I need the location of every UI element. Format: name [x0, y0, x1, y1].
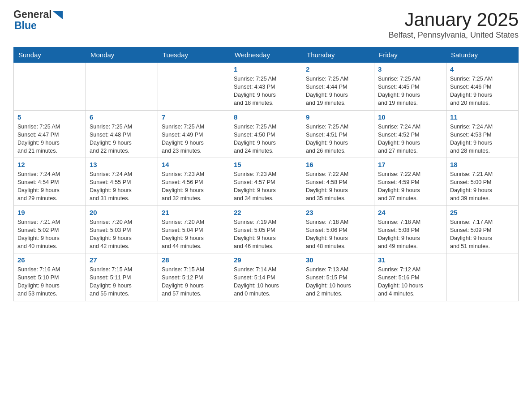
day-number: 31 [378, 256, 442, 264]
table-row: 17Sunrise: 7:22 AM Sunset: 4:59 PM Dayli… [374, 158, 446, 206]
day-info: Sunrise: 7:18 AM Sunset: 5:06 PM Dayligh… [306, 218, 370, 251]
day-info: Sunrise: 7:13 AM Sunset: 5:15 PM Dayligh… [306, 265, 370, 298]
day-number: 19 [17, 209, 82, 216]
table-row: 28Sunrise: 7:15 AM Sunset: 5:12 PM Dayli… [158, 253, 230, 301]
table-row: 2Sunrise: 7:25 AM Sunset: 4:44 PM Daylig… [302, 63, 374, 111]
day-info: Sunrise: 7:25 AM Sunset: 4:49 PM Dayligh… [162, 123, 226, 155]
day-number: 25 [450, 209, 515, 216]
table-row: 15Sunrise: 7:23 AM Sunset: 4:57 PM Dayli… [230, 158, 302, 206]
day-info: Sunrise: 7:24 AM Sunset: 4:53 PM Dayligh… [450, 123, 515, 155]
page-header: General Blue January 2025 Belfast, Penns… [13, 9, 519, 40]
table-row [446, 253, 519, 301]
table-row: 8Sunrise: 7:25 AM Sunset: 4:50 PM Daylig… [230, 110, 302, 158]
table-row: 16Sunrise: 7:22 AM Sunset: 4:58 PM Dayli… [302, 158, 374, 206]
table-row: 31Sunrise: 7:12 AM Sunset: 5:16 PM Dayli… [374, 253, 446, 301]
day-number: 16 [306, 161, 370, 168]
table-row: 10Sunrise: 7:24 AM Sunset: 4:52 PM Dayli… [374, 110, 446, 158]
col-saturday: Saturday [446, 47, 519, 63]
day-number: 28 [162, 256, 226, 264]
day-info: Sunrise: 7:23 AM Sunset: 4:56 PM Dayligh… [162, 170, 226, 203]
day-number: 18 [450, 161, 515, 168]
day-number: 7 [162, 113, 226, 121]
day-number: 21 [162, 209, 226, 216]
col-monday: Monday [86, 47, 158, 63]
table-row: 9Sunrise: 7:25 AM Sunset: 4:51 PM Daylig… [302, 110, 374, 158]
col-tuesday: Tuesday [158, 47, 230, 63]
logo: General Blue [13, 9, 63, 32]
calendar-body: 1Sunrise: 7:25 AM Sunset: 4:43 PM Daylig… [14, 63, 519, 301]
location-title: Belfast, Pennsylvania, United States [389, 30, 519, 40]
table-row: 23Sunrise: 7:18 AM Sunset: 5:06 PM Dayli… [302, 206, 374, 253]
calendar-week-row: 26Sunrise: 7:16 AM Sunset: 5:10 PM Dayli… [14, 253, 519, 301]
table-row: 24Sunrise: 7:18 AM Sunset: 5:08 PM Dayli… [374, 206, 446, 253]
day-info: Sunrise: 7:24 AM Sunset: 4:54 PM Dayligh… [17, 170, 82, 203]
day-number: 5 [17, 113, 82, 121]
col-friday: Friday [374, 47, 446, 63]
table-row: 12Sunrise: 7:24 AM Sunset: 4:54 PM Dayli… [14, 158, 86, 206]
day-info: Sunrise: 7:25 AM Sunset: 4:43 PM Dayligh… [234, 75, 298, 107]
day-number: 23 [306, 209, 370, 216]
col-wednesday: Wednesday [230, 47, 302, 63]
day-number: 12 [17, 161, 82, 168]
day-number: 13 [90, 161, 154, 168]
day-info: Sunrise: 7:23 AM Sunset: 4:57 PM Dayligh… [234, 170, 298, 203]
table-row [86, 63, 158, 111]
day-number: 15 [234, 161, 298, 168]
day-info: Sunrise: 7:14 AM Sunset: 5:14 PM Dayligh… [234, 265, 298, 298]
table-row: 29Sunrise: 7:14 AM Sunset: 5:14 PM Dayli… [230, 253, 302, 301]
table-row: 6Sunrise: 7:25 AM Sunset: 4:48 PM Daylig… [86, 110, 158, 158]
logo-triangle-icon [53, 11, 63, 19]
table-row: 4Sunrise: 7:25 AM Sunset: 4:46 PM Daylig… [446, 63, 519, 111]
table-row: 27Sunrise: 7:15 AM Sunset: 5:11 PM Dayli… [86, 253, 158, 301]
day-number: 10 [378, 113, 442, 121]
day-info: Sunrise: 7:22 AM Sunset: 4:58 PM Dayligh… [306, 170, 370, 203]
calendar-week-row: 5Sunrise: 7:25 AM Sunset: 4:47 PM Daylig… [14, 110, 519, 158]
day-number: 9 [306, 113, 370, 121]
day-info: Sunrise: 7:21 AM Sunset: 5:02 PM Dayligh… [17, 218, 82, 251]
month-title: January 2025 [389, 9, 519, 30]
table-row: 19Sunrise: 7:21 AM Sunset: 5:02 PM Dayli… [14, 206, 86, 253]
day-number: 14 [162, 161, 226, 168]
col-thursday: Thursday [302, 47, 374, 63]
col-sunday: Sunday [14, 47, 86, 63]
calendar-table: Sunday Monday Tuesday Wednesday Thursday… [13, 47, 519, 301]
day-number: 27 [90, 256, 154, 264]
day-info: Sunrise: 7:25 AM Sunset: 4:48 PM Dayligh… [90, 123, 154, 155]
day-info: Sunrise: 7:25 AM Sunset: 4:47 PM Dayligh… [17, 123, 82, 155]
table-row [158, 63, 230, 111]
table-row: 11Sunrise: 7:24 AM Sunset: 4:53 PM Dayli… [446, 110, 519, 158]
day-info: Sunrise: 7:17 AM Sunset: 5:09 PM Dayligh… [450, 218, 515, 251]
table-row: 26Sunrise: 7:16 AM Sunset: 5:10 PM Dayli… [14, 253, 86, 301]
calendar-header-row: Sunday Monday Tuesday Wednesday Thursday… [14, 47, 519, 63]
table-row: 22Sunrise: 7:19 AM Sunset: 5:05 PM Dayli… [230, 206, 302, 253]
day-info: Sunrise: 7:22 AM Sunset: 4:59 PM Dayligh… [378, 170, 442, 203]
table-row: 5Sunrise: 7:25 AM Sunset: 4:47 PM Daylig… [14, 110, 86, 158]
day-number: 30 [306, 256, 370, 264]
day-info: Sunrise: 7:25 AM Sunset: 4:44 PM Dayligh… [306, 75, 370, 107]
day-number: 24 [378, 209, 442, 216]
day-info: Sunrise: 7:18 AM Sunset: 5:08 PM Dayligh… [378, 218, 442, 251]
day-number: 22 [234, 209, 298, 216]
table-row: 18Sunrise: 7:21 AM Sunset: 5:00 PM Dayli… [446, 158, 519, 206]
day-info: Sunrise: 7:25 AM Sunset: 4:51 PM Dayligh… [306, 123, 370, 155]
table-row: 21Sunrise: 7:20 AM Sunset: 5:04 PM Dayli… [158, 206, 230, 253]
table-row: 3Sunrise: 7:25 AM Sunset: 4:45 PM Daylig… [374, 63, 446, 111]
day-info: Sunrise: 7:25 AM Sunset: 4:45 PM Dayligh… [378, 75, 442, 107]
day-info: Sunrise: 7:25 AM Sunset: 4:46 PM Dayligh… [450, 75, 515, 107]
day-info: Sunrise: 7:15 AM Sunset: 5:11 PM Dayligh… [90, 265, 154, 298]
day-number: 6 [90, 113, 154, 121]
day-info: Sunrise: 7:25 AM Sunset: 4:50 PM Dayligh… [234, 123, 298, 155]
svg-marker-0 [53, 11, 63, 19]
day-info: Sunrise: 7:24 AM Sunset: 4:55 PM Dayligh… [90, 170, 154, 203]
table-row [14, 63, 86, 111]
day-info: Sunrise: 7:24 AM Sunset: 4:52 PM Dayligh… [378, 123, 442, 155]
title-area: January 2025 Belfast, Pennsylvania, Unit… [389, 9, 519, 40]
calendar-week-row: 12Sunrise: 7:24 AM Sunset: 4:54 PM Dayli… [14, 158, 519, 206]
day-number: 17 [378, 161, 442, 168]
day-info: Sunrise: 7:12 AM Sunset: 5:16 PM Dayligh… [378, 265, 442, 298]
day-info: Sunrise: 7:20 AM Sunset: 5:04 PM Dayligh… [162, 218, 226, 251]
table-row: 7Sunrise: 7:25 AM Sunset: 4:49 PM Daylig… [158, 110, 230, 158]
table-row: 30Sunrise: 7:13 AM Sunset: 5:15 PM Dayli… [302, 253, 374, 301]
day-number: 8 [234, 113, 298, 121]
day-info: Sunrise: 7:21 AM Sunset: 5:00 PM Dayligh… [450, 170, 515, 203]
